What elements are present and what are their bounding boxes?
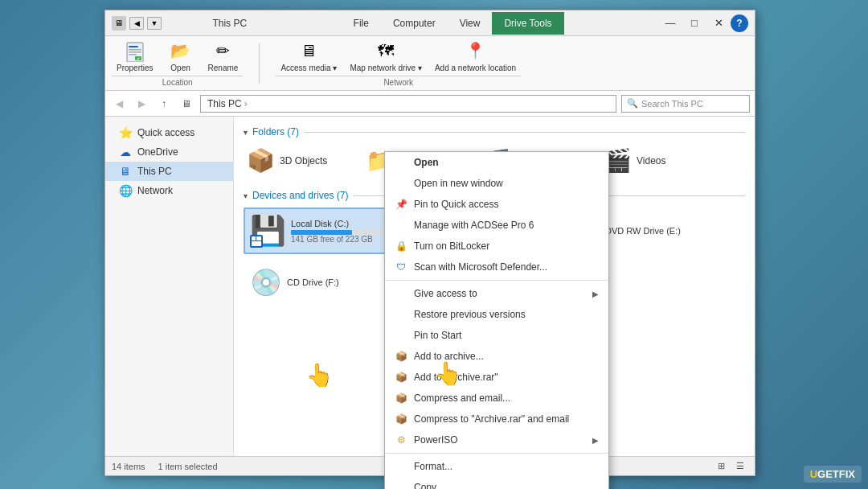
up-button[interactable]: ↑ [155,95,173,113]
drive-dvd-e-name: DVD RW Drive (E:) [605,226,681,236]
ribbon-add-network-button[interactable]: 📍 Add a network location [430,36,521,74]
address-path[interactable]: This PC › [200,95,616,113]
folders-section-label: Folders (7) [252,126,299,138]
cm-format-icon [395,460,407,473]
drives-section-label: Devices and drives (7) [252,190,348,201]
add-network-label: Add a network location [435,64,516,72]
folder-videos[interactable]: 🎬 Videos [600,144,713,177]
ribbon-open-button[interactable]: 📂 Open [162,36,200,74]
cm-format[interactable]: Format... [385,456,608,477]
title-bar: 🖥 ◀ ▼ This PC File Computer View Drive T… [105,10,755,36]
drives-chevron[interactable]: ▾ [244,191,248,200]
cm-defender[interactable]: 🛡 Scan with Microsoft Defender... [385,257,608,277]
minimize-button[interactable]: — [658,14,682,33]
title-bar-left: 🖥 ◀ ▼ [112,16,206,31]
cm-give-access-arrow: ▶ [592,290,599,298]
close-button[interactable]: ✕ [706,14,731,33]
sidebar-label-onedrive: OneDrive [137,146,178,158]
cm-give-access-text: Give access to [414,288,586,299]
sidebar: ⭐ Quick access ☁ OneDrive 🖥 This PC 🌐 Ne… [105,117,234,456]
cm-bitlocker-icon: 🔒 [395,240,407,253]
sidebar-item-quick-access[interactable]: ⭐ Quick access [105,123,233,142]
sidebar-item-onedrive[interactable]: ☁ OneDrive [105,142,233,162]
sidebar-label-quick-access: Quick access [137,127,194,138]
cm-restore-versions[interactable]: Restore previous versions [385,304,608,325]
ribbon-group-network: 🖥 Access media ▾ 🗺 Map network drive ▾ 📍… [276,36,521,87]
access-media-label: Access media ▾ [280,64,337,72]
list-view-button[interactable]: ☰ [732,459,748,474]
cm-open-new-window-icon [395,177,407,190]
cm-manage-acdsee[interactable]: Manage with ACDSee Pro 6 [385,215,608,236]
cm-separator-1 [385,280,608,281]
folder-3d-icon: 📦 [247,147,275,174]
ribbon-rename-button[interactable]: ✏ Rename [203,36,244,74]
sidebar-label-network: Network [137,185,173,196]
folder-3d-objects[interactable]: 📦 3D Objects [244,144,356,177]
svg-text:✔: ✔ [137,56,140,61]
cm-compress-email-text: Compress and email... [414,392,599,404]
quick-access-btn-1[interactable]: ◀ [129,17,144,30]
cm-copy-text: Copy [414,482,599,489]
cm-compress-email[interactable]: 📦 Compress and email... [385,388,608,409]
svg-rect-3 [129,51,141,53]
folders-section-line [304,132,745,133]
quick-access-icon: ⭐ [118,126,133,139]
cm-open-new-window-text: Open in new window [414,178,599,189]
cm-pin-start[interactable]: Pin to Start [385,325,608,346]
cm-open[interactable]: Open [385,152,608,173]
watermark-text: UGETFIX [810,468,855,480]
ribbon-map-drive-button[interactable]: 🗺 Map network drive ▾ [345,36,426,74]
computer-icon-nav: 🖥 [178,95,195,113]
status-selected: 1 item selected [158,462,218,471]
sidebar-label-this-pc: This PC [137,166,172,177]
cm-defender-text: Scan with Microsoft Defender... [414,261,599,273]
cm-compress-email-icon: 📦 [395,392,407,405]
path-separator: › [244,98,248,109]
file-explorer-window: 🖥 ◀ ▼ This PC File Computer View Drive T… [104,10,755,476]
drive-c-name: Local Disk (C:) [291,219,387,228]
folders-chevron[interactable]: ▾ [244,128,248,137]
cm-bitlocker[interactable]: 🔒 Turn on BitLocker [385,236,608,257]
drive-f[interactable]: 💿 CD Drive (F:) [244,261,396,304]
drive-c-info: Local Disk (C:) 141 GB free of 223 GB [291,219,387,244]
drive-f-name: CD Drive (F:) [287,277,339,287]
cm-open-icon [395,156,407,169]
forward-button[interactable]: ▶ [133,95,150,113]
maximize-button[interactable]: □ [682,14,706,33]
properties-label: Properties [117,64,154,72]
access-media-icon: 🖥 [296,38,321,64]
cm-add-archive-rar-icon: 📦 [395,371,407,384]
cm-add-archive-rar[interactable]: 📦 Add to "Archive.rar" [385,367,608,388]
back-button[interactable]: ◀ [110,95,128,113]
cm-open-text: Open [414,157,599,168]
ribbon-group-location-items: ✔ Properties 📂 Open ✏ Rename [112,36,243,74]
cm-copy[interactable]: Copy [385,477,608,489]
ribbon-access-media-button[interactable]: 🖥 Access media ▾ [276,36,342,74]
cm-compress-rar-email[interactable]: 📦 Compress to "Archive.rar" and email [385,409,608,429]
cm-open-new-window[interactable]: Open in new window [385,173,608,194]
sidebar-item-network[interactable]: 🌐 Network [105,181,233,200]
search-box[interactable]: 🔍 Search This PC [621,95,750,113]
rename-label: Rename [208,64,239,72]
help-button[interactable]: ? [731,14,748,32]
cm-add-archive[interactable]: 📦 Add to archive... [385,346,608,367]
svg-rect-9 [252,241,261,246]
tab-view[interactable]: View [448,12,493,35]
cm-add-archive-rar-text: Add to "Archive.rar" [414,372,599,383]
tab-computer[interactable]: Computer [381,12,448,35]
tab-file[interactable]: File [342,12,381,35]
quick-access-btn-2[interactable]: ▼ [147,17,162,30]
cm-give-access[interactable]: Give access to ▶ [385,283,608,304]
cm-poweriso[interactable]: ⚙ PowerISO ▶ [385,429,608,450]
cm-pin-quick-access[interactable]: 📌 Pin to Quick access [385,194,608,215]
ribbon-group-network-items: 🖥 Access media ▾ 🗺 Map network drive ▾ 📍… [276,36,521,74]
window-title: This PC [212,18,247,29]
open-label: Open [170,64,190,72]
sidebar-item-this-pc[interactable]: 🖥 This PC [105,162,233,181]
drive-c[interactable]: 💾 Local Disk (C:) [244,208,396,254]
large-icons-view-button[interactable]: ⊞ [713,459,729,474]
ribbon-group-location: ✔ Properties 📂 Open ✏ Rename Location [112,36,243,87]
ribbon-separator-1 [259,43,260,84]
ribbon-properties-button[interactable]: ✔ Properties [112,36,158,74]
tab-drive-tools[interactable]: Drive Tools [492,12,563,35]
